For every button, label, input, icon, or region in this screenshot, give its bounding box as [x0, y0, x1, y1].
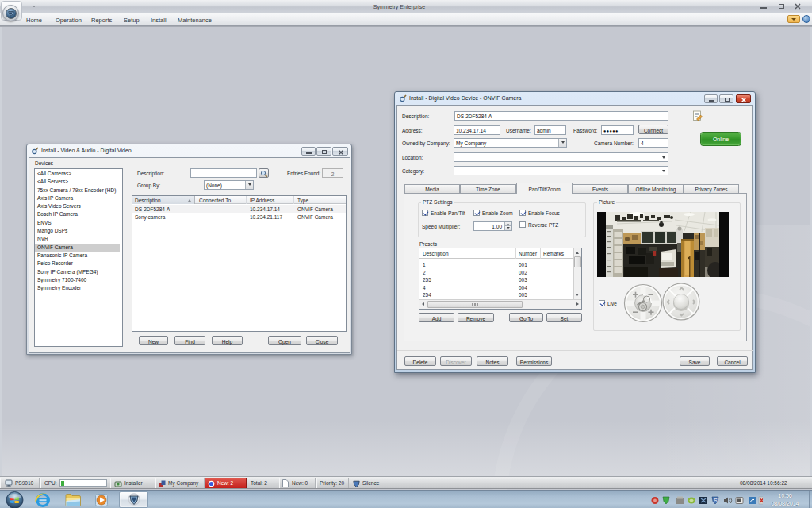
svg-text:S: S: [714, 498, 718, 503]
